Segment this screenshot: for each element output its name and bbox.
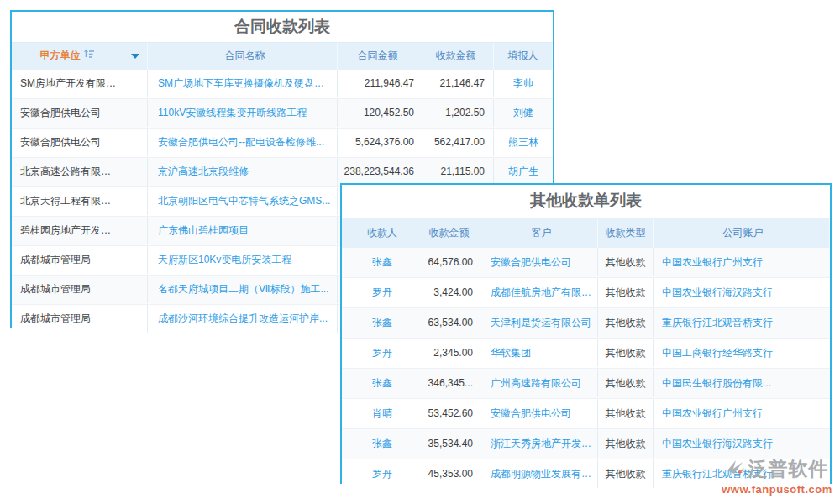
contract-name-link[interactable]: 成都沙河环境综合提升改造运河护岸... bbox=[148, 305, 338, 333]
company-account-link[interactable]: 中国工商银行经华路支行 bbox=[654, 339, 830, 367]
header-company-account: 公司账户 bbox=[654, 218, 830, 248]
receipt-amount-cell: 3,424.00 bbox=[423, 278, 480, 307]
customer-link[interactable]: 广州高速路有限公司 bbox=[480, 369, 598, 397]
row-dropdown-cell bbox=[123, 99, 148, 127]
receipt-type-cell: 其他收款 bbox=[598, 369, 654, 397]
other-table-header-row: 收款人 收款金额 客户 收款类型 公司账户 bbox=[342, 218, 830, 248]
row-dropdown-cell bbox=[123, 217, 148, 244]
contract-name-link[interactable]: 110kV安徽线程集变开断线路工程 bbox=[148, 99, 338, 127]
contract-amount-cell: 120,452.50 bbox=[338, 99, 423, 127]
payee-link[interactable]: 张鑫 bbox=[342, 429, 423, 458]
chevron-down-icon bbox=[131, 54, 139, 59]
contract-table-header-row: 甲方单位 合同名称 合同金额 收款金额 填报人 bbox=[12, 43, 553, 70]
watermark: 泛普软件 www.fanpusoft.com bbox=[714, 456, 840, 496]
receipt-type-cell: 其他收款 bbox=[598, 429, 654, 458]
header-filter-dropdown[interactable] bbox=[123, 43, 148, 70]
customer-link[interactable]: 安徽合肥供电公司 bbox=[480, 399, 598, 428]
party-unit-cell: 碧桂园房地产开发有限公司 bbox=[12, 217, 123, 244]
customer-link[interactable]: 安徽合肥供电公司 bbox=[480, 248, 598, 276]
payee-link[interactable]: 罗丹 bbox=[342, 459, 423, 488]
payee-link[interactable]: 罗丹 bbox=[342, 278, 423, 307]
received-amount-cell: 562,417.00 bbox=[423, 129, 494, 156]
company-account-link[interactable]: 中国民生银行股份有限... bbox=[654, 369, 830, 397]
reporter-link[interactable]: 胡广生 bbox=[494, 158, 553, 186]
receipt-row: 张鑫 35,534.40 浙江天秀房地产开发有... 其他收款 中国农业银行海汉… bbox=[342, 429, 830, 459]
reporter-link[interactable]: 李帅 bbox=[494, 70, 553, 97]
header-receipt-type: 收款类型 bbox=[598, 218, 654, 248]
contract-amount-cell: 238,223,544.36 bbox=[338, 158, 423, 186]
payee-link[interactable]: 肖晴 bbox=[342, 399, 423, 428]
contract-name-link[interactable]: 安徽合肥供电公司--配电设备检修维... bbox=[148, 129, 338, 156]
watermark-url: www.fanpusoft.com bbox=[714, 483, 840, 496]
row-dropdown-cell bbox=[123, 276, 148, 303]
contract-name-link[interactable]: 广东佛山碧桂园项目 bbox=[148, 217, 338, 244]
other-receipts-table: 其他收款单列表 收款人 收款金额 客户 收款类型 公司账户 张鑫 64,576.… bbox=[340, 183, 832, 484]
header-received-amount: 收款金额 bbox=[423, 43, 494, 70]
receipt-type-cell: 其他收款 bbox=[598, 278, 654, 307]
payee-link[interactable]: 罗丹 bbox=[342, 339, 423, 367]
customer-link[interactable]: 成都明源物业发展有限... bbox=[480, 459, 598, 488]
payee-link[interactable]: 张鑫 bbox=[342, 369, 423, 397]
party-unit-cell: 北京天得工程有限公司 bbox=[12, 187, 123, 215]
contract-name-link[interactable]: 天府新区10Kv变电所安装工程 bbox=[148, 246, 338, 274]
party-unit-cell: 北京高速公路有限公司 bbox=[12, 158, 123, 186]
header-payee: 收款人 bbox=[342, 218, 423, 248]
receipt-amount-cell: 45,353.00 bbox=[423, 459, 480, 488]
receipt-row: 罗丹 2,345.00 华软集团 其他收款 中国工商银行经华路支行 bbox=[342, 339, 830, 369]
receipt-row: 肖晴 53,452.60 安徽合肥供电公司 其他收款 中国农业银行广州支行 bbox=[342, 399, 830, 429]
header-party-label: 甲方单位 bbox=[40, 43, 81, 69]
reporter-link[interactable]: 刘健 bbox=[494, 99, 553, 127]
watermark-brand-text: 泛普软件 bbox=[748, 456, 829, 482]
row-dropdown-cell bbox=[123, 187, 148, 215]
receipt-type-cell: 其他收款 bbox=[598, 339, 654, 367]
customer-link[interactable]: 成都佳航房地产有限公司 bbox=[480, 278, 598, 307]
receipt-row: 张鑫 346,345... 广州高速路有限公司 其他收款 中国民生银行股份有限.… bbox=[342, 369, 830, 399]
received-amount-cell: 21,115.00 bbox=[423, 158, 494, 186]
customer-link[interactable]: 华软集团 bbox=[480, 339, 598, 367]
page: 合同收款列表 甲方单位 合同名称 合同金额 收款金额 填报人 SM房地产开发有限… bbox=[0, 0, 840, 504]
party-unit-cell: 成都城市管理局 bbox=[12, 276, 123, 303]
row-dropdown-cell bbox=[123, 158, 148, 186]
company-account-link[interactable]: 中国农业银行广州支行 bbox=[654, 248, 830, 276]
receipt-amount-cell: 2,345.00 bbox=[423, 339, 480, 367]
receipt-type-cell: 其他收款 bbox=[598, 308, 654, 337]
row-dropdown-cell bbox=[123, 129, 148, 156]
fanpu-logo-icon bbox=[726, 459, 746, 480]
contract-row: 安徽合肥供电公司 110kV安徽线程集变开断线路工程 120,452.50 1,… bbox=[12, 99, 553, 129]
customer-link[interactable]: 天津利是货运有限公司 bbox=[480, 308, 598, 337]
party-unit-cell: 安徽合肥供电公司 bbox=[12, 99, 123, 127]
payee-link[interactable]: 张鑫 bbox=[342, 248, 423, 276]
contract-name-link[interactable]: 京沪高速北京段维修 bbox=[148, 158, 338, 186]
payee-link[interactable]: 张鑫 bbox=[342, 308, 423, 337]
receipt-row: 张鑫 63,534.00 天津利是货运有限公司 其他收款 重庆银行江北观音桥支行 bbox=[342, 308, 830, 339]
contract-name-link[interactable]: 名都天府城项目二期（Ⅶ标段）施工... bbox=[148, 276, 338, 303]
row-dropdown-cell bbox=[123, 70, 148, 97]
company-account-link[interactable]: 中国农业银行广州支行 bbox=[654, 399, 830, 428]
party-unit-cell: 成都城市管理局 bbox=[12, 246, 123, 274]
contract-name-link[interactable]: SM广场地下车库更换摄像机及硬盘项目 bbox=[148, 70, 338, 97]
company-account-link[interactable]: 中国农业银行海汉路支行 bbox=[654, 278, 830, 307]
header-contract-amount: 合同金额 bbox=[338, 43, 423, 70]
receipt-amount-cell: 64,576.00 bbox=[423, 248, 480, 276]
receipt-type-cell: 其他收款 bbox=[598, 248, 654, 276]
receipt-amount-cell: 63,534.00 bbox=[423, 308, 480, 337]
contract-table-title: 合同收款列表 bbox=[12, 12, 553, 43]
receipt-type-cell: 其他收款 bbox=[598, 459, 654, 488]
company-account-link[interactable]: 重庆银行江北观音桥支行 bbox=[654, 308, 830, 337]
header-receipt-amount: 收款金额 bbox=[423, 218, 480, 248]
sort-icon[interactable] bbox=[84, 43, 95, 69]
receipt-amount-cell: 346,345... bbox=[423, 369, 480, 397]
company-account-link[interactable]: 中国农业银行海汉路支行 bbox=[654, 429, 830, 458]
row-dropdown-cell bbox=[123, 246, 148, 274]
reporter-link[interactable]: 熊三林 bbox=[494, 129, 553, 156]
row-dropdown-cell bbox=[123, 305, 148, 333]
header-party-unit[interactable]: 甲方单位 bbox=[12, 43, 123, 70]
header-customer: 客户 bbox=[480, 218, 598, 248]
contract-row: SM房地产开发有限公司 SM广场地下车库更换摄像机及硬盘项目 211,946.4… bbox=[12, 70, 553, 99]
customer-link[interactable]: 浙江天秀房地产开发有... bbox=[480, 429, 598, 458]
receipt-amount-cell: 53,452.60 bbox=[423, 399, 480, 428]
contract-name-link[interactable]: 北京朝阳区电气中芯特气系统之GMS... bbox=[148, 187, 338, 215]
other-table-title: 其他收款单列表 bbox=[342, 185, 830, 218]
header-contract-name: 合同名称 bbox=[148, 43, 338, 70]
party-unit-cell: 成都城市管理局 bbox=[12, 305, 123, 333]
